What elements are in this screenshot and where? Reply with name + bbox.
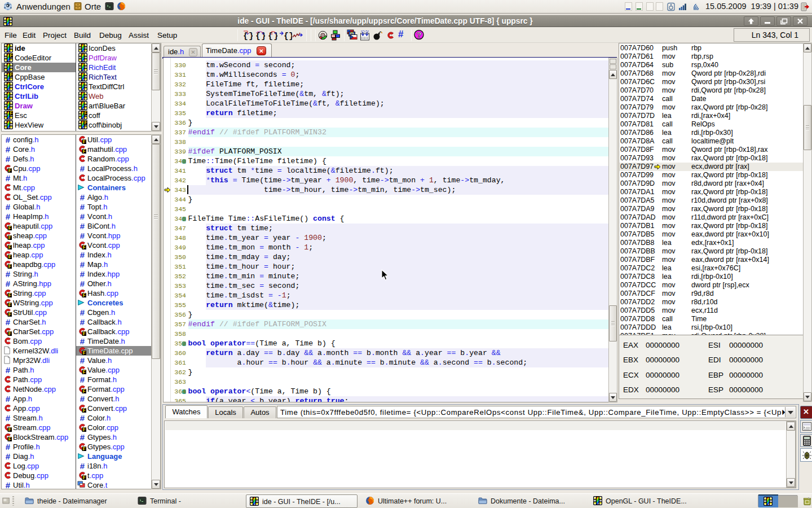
svg-text:{}: {} bbox=[284, 32, 292, 41]
svg-text:{: { bbox=[268, 32, 273, 41]
svg-text:?: ? bbox=[417, 30, 422, 40]
